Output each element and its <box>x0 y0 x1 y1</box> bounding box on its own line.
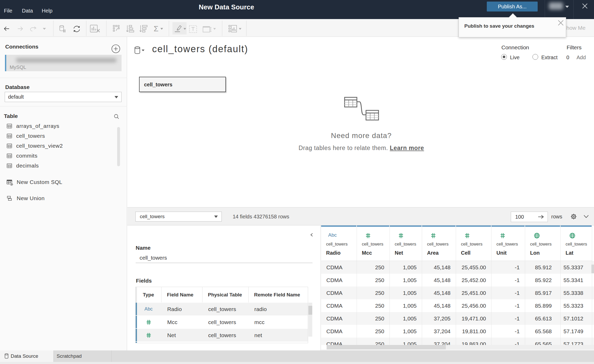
svg-text:Σ: Σ <box>154 25 159 33</box>
